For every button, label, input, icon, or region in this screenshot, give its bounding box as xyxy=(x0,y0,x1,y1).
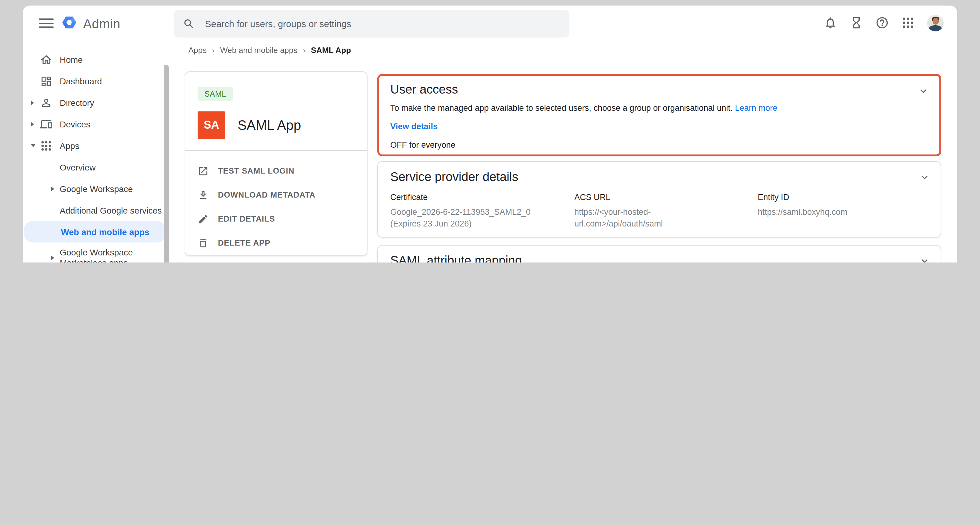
apps-grid-icon[interactable] xyxy=(901,16,915,30)
user-access-status: OFF for everyone xyxy=(390,140,928,150)
breadcrumb-apps[interactable]: Apps xyxy=(188,46,207,55)
sidebar: Home Dashboard Directory Devices xyxy=(23,40,167,262)
screenshot-stage: Admin Home xyxy=(0,0,980,262)
edit-details-button[interactable]: EDIT DETAILS xyxy=(197,207,367,231)
expand-right-icon xyxy=(51,255,54,260)
download-metadata-button[interactable]: DOWNLOAD METADATA xyxy=(197,183,367,207)
app-actions: TEST SAML LOGIN DOWNLOAD METADATA EDIT D… xyxy=(185,151,367,255)
expand-down-icon xyxy=(31,144,36,147)
open-in-new-icon xyxy=(197,165,209,177)
admin-console-window: Admin Home xyxy=(23,6,957,262)
sidebar-nav-list: Home Dashboard Directory Devices xyxy=(23,40,167,262)
chevron-down-icon[interactable] xyxy=(918,171,931,183)
settings-panels: User access To make the managed app avai… xyxy=(377,74,941,262)
chevron-down-icon[interactable] xyxy=(918,255,931,262)
devices-icon xyxy=(40,118,52,130)
entity-id-field: Entity ID https://saml.boxyhq.com xyxy=(758,192,928,230)
sidebar-item-label: Apps xyxy=(60,141,80,151)
user-access-description: To make the managed app available to sel… xyxy=(390,103,733,113)
dashboard-icon xyxy=(40,75,52,87)
delete-app-button[interactable]: DELETE APP xyxy=(197,231,367,255)
user-access-panel[interactable]: User access To make the managed app avai… xyxy=(377,74,941,156)
expand-right-icon xyxy=(31,100,34,105)
sidebar-item-web-and-mobile-apps[interactable]: Web and mobile apps xyxy=(24,221,165,242)
app-initials-tile: SA xyxy=(197,111,225,139)
panel-title: User access xyxy=(390,83,928,97)
main-content: Apps › Web and mobile apps › SAML App SA… xyxy=(167,40,957,262)
breadcrumb-web-and-mobile-apps[interactable]: Web and mobile apps xyxy=(220,46,298,55)
sidebar-item-label: Web and mobile apps xyxy=(61,227,149,237)
learn-more-link[interactable]: Learn more xyxy=(735,103,778,113)
sidebar-item-overview[interactable]: Overview xyxy=(23,156,167,178)
sidebar-item-directory[interactable]: Directory xyxy=(23,92,167,113)
sidebar-item-home[interactable]: Home xyxy=(23,49,167,70)
sidebar-item-label: Google Workspace Marketplace apps xyxy=(60,247,147,262)
search-input[interactable] xyxy=(204,18,560,30)
google-admin-logo: Admin xyxy=(61,14,120,33)
panel-title: SAML attribute mapping xyxy=(390,254,928,262)
saml-type-badge: SAML xyxy=(197,87,233,101)
sidebar-item-additional-google-services[interactable]: Additional Google services xyxy=(23,199,167,221)
sidebar-item-label: Overview xyxy=(60,162,96,172)
breadcrumb-separator: › xyxy=(303,46,305,54)
expand-right-icon xyxy=(31,122,34,126)
saml-attribute-mapping-panel[interactable]: SAML attribute mapping Map Google direct… xyxy=(377,245,941,262)
home-icon xyxy=(40,53,52,65)
notifications-bell-icon[interactable] xyxy=(824,16,837,30)
panel-title: Service provider details xyxy=(390,170,928,184)
app-summary-card: SAML SA SAML App TEST SAML LOGIN DOWNLOA… xyxy=(185,72,368,256)
breadcrumb-separator: › xyxy=(212,46,215,54)
sidebar-item-label: Home xyxy=(60,54,83,64)
sidebar-item-google-workspace[interactable]: Google Workspace xyxy=(23,178,167,199)
expand-right-icon xyxy=(51,186,54,191)
global-search[interactable] xyxy=(173,10,570,38)
sidebar-item-dashboard[interactable]: Dashboard xyxy=(23,70,167,92)
apps-dots-icon xyxy=(40,139,52,152)
admin-hexagon-logo-icon xyxy=(61,14,78,33)
sidebar-item-devices[interactable]: Devices xyxy=(23,113,167,135)
menu-hamburger-button[interactable] xyxy=(39,16,54,30)
topbar-icons xyxy=(824,6,944,40)
sidebar-item-workspace-marketplace-apps[interactable]: Google Workspace Marketplace apps xyxy=(23,242,167,262)
test-saml-login-button[interactable]: TEST SAML LOGIN xyxy=(197,159,367,183)
breadcrumb: Apps › Web and mobile apps › SAML App xyxy=(188,46,957,55)
product-name: Admin xyxy=(83,16,120,31)
chevron-down-icon[interactable] xyxy=(917,85,929,97)
sidebar-item-label: Devices xyxy=(60,119,91,129)
download-icon xyxy=(197,189,209,200)
app-card-header: SAML SA SAML App xyxy=(185,72,367,151)
acs-url-field: ACS URL https://<your-hosted-url.com>/ap… xyxy=(574,192,758,230)
trash-icon xyxy=(197,237,209,248)
sidebar-item-label: Directory xyxy=(60,97,94,107)
user-avatar[interactable] xyxy=(927,14,944,31)
search-icon xyxy=(183,18,195,30)
breadcrumb-current-page: SAML App xyxy=(311,46,351,55)
person-icon xyxy=(40,96,52,109)
certificate-field: Certificate Google_2026-6-22-113953_SAML… xyxy=(390,192,574,230)
view-details-link[interactable]: View details xyxy=(390,122,928,131)
topbar: Admin xyxy=(23,6,957,40)
sidebar-item-label: Dashboard xyxy=(60,76,102,86)
pencil-icon xyxy=(197,213,209,224)
tasks-hourglass-icon[interactable] xyxy=(850,16,863,30)
service-provider-details-panel[interactable]: Service provider details Certificate Goo… xyxy=(377,161,941,237)
sidebar-item-label: Google Workspace xyxy=(60,184,133,194)
sidebar-item-label: Additional Google services xyxy=(60,205,162,215)
app-title: SAML App xyxy=(238,117,301,133)
help-icon[interactable] xyxy=(875,16,889,30)
sidebar-item-apps[interactable]: Apps xyxy=(23,135,167,156)
